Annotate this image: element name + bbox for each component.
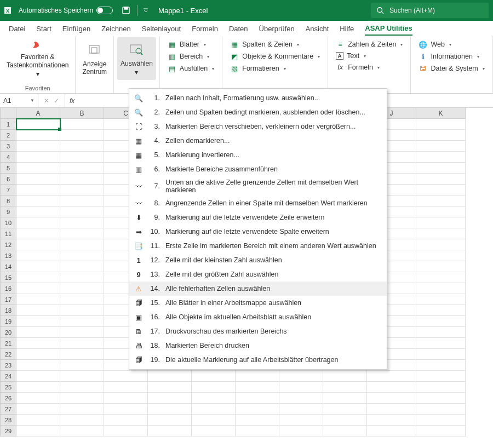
row-header[interactable]: 24 <box>0 371 16 382</box>
row-header[interactable]: 21 <box>0 338 16 349</box>
cell[interactable] <box>367 371 416 382</box>
cell[interactable] <box>60 305 104 316</box>
cell[interactable] <box>416 196 466 206</box>
cell[interactable] <box>60 119 104 130</box>
menu-item-19[interactable]: 🗐19.Die aktuelle Markierung auf alle Arb… <box>129 353 387 367</box>
cell[interactable] <box>16 196 60 206</box>
row-header[interactable]: 28 <box>0 415 16 426</box>
cell[interactable] <box>279 393 323 404</box>
cell[interactable] <box>416 185 466 196</box>
row-header[interactable]: 12 <box>0 239 16 250</box>
menu-item-6[interactable]: ▥6.Markierte Bereiche zusammenführen <box>129 162 387 176</box>
menu-item-1[interactable]: 🔍1.Zellen nach Inhalt, Formatierung usw.… <box>129 91 387 105</box>
row-header[interactable]: 2 <box>0 130 16 141</box>
cell[interactable] <box>236 415 279 426</box>
cell[interactable] <box>16 141 60 152</box>
row-header[interactable]: 25 <box>0 382 16 393</box>
row-header[interactable]: 5 <box>0 163 16 174</box>
menu-item-5[interactable]: ▦5.Markierung invertieren... <box>129 148 387 162</box>
cell[interactable] <box>16 305 60 316</box>
row-header[interactable]: 7 <box>0 185 16 196</box>
menu-item-16[interactable]: ▣16.Alle Objekte im aktuellen Arbeitsbla… <box>129 310 387 324</box>
menu-item-12[interactable]: 112.Zelle mit der kleinsten Zahl auswähl… <box>129 253 387 267</box>
cell[interactable] <box>416 404 466 415</box>
cell[interactable] <box>148 404 192 415</box>
cell[interactable] <box>60 426 104 436</box>
menu-item-13[interactable]: 913.Zelle mit der größten Zahl auswählen <box>129 267 387 282</box>
cell[interactable] <box>236 371 279 382</box>
auswaehlen-button[interactable]: Auswählen ▾ <box>117 37 156 80</box>
cell[interactable] <box>416 206 466 217</box>
cell[interactable] <box>323 371 367 382</box>
save-icon[interactable] <box>119 4 133 17</box>
cell[interactable] <box>60 316 104 327</box>
anzeige-zentrum-button[interactable]: Anzeige Zentrum <box>79 37 110 80</box>
tab-formeln[interactable]: Formeln <box>192 22 218 35</box>
cell[interactable] <box>148 382 192 393</box>
tab-zeichnen[interactable]: Zeichnen <box>101 22 130 35</box>
cell[interactable] <box>148 371 192 382</box>
cell[interactable] <box>16 185 60 196</box>
cell[interactable] <box>192 426 236 436</box>
cell[interactable] <box>416 415 466 426</box>
cell[interactable] <box>16 294 60 305</box>
cell[interactable] <box>60 152 104 163</box>
menu-item-2[interactable]: 🔍2.Zeilen und Spalten bedingt markieren,… <box>129 105 387 119</box>
cell[interactable] <box>16 327 60 338</box>
cell[interactable] <box>416 163 466 174</box>
cell[interactable] <box>16 228 60 239</box>
cell[interactable] <box>416 272 466 283</box>
cell[interactable] <box>236 382 279 393</box>
cell[interactable] <box>416 371 466 382</box>
cell[interactable] <box>367 426 416 436</box>
menu-item-8[interactable]: 〰8.Angrenzende Zellen in einer Spalte mi… <box>129 196 387 210</box>
cell[interactable] <box>104 371 148 382</box>
menu-item-15[interactable]: 🗐15.Alle Blätter in einer Arbeitsmappe a… <box>129 296 387 310</box>
cell[interactable] <box>323 404 367 415</box>
cmd-formatieren[interactable]: ▧Formatieren▾ <box>228 62 322 74</box>
cell[interactable] <box>323 382 367 393</box>
cmd-ausfuellen[interactable]: ▤Ausfüllen▾ <box>165 62 216 74</box>
cell[interactable] <box>16 382 60 393</box>
cell[interactable] <box>16 206 60 217</box>
cell[interactable] <box>16 426 60 436</box>
tab-asap-utilities[interactable]: ASAP Utilities <box>365 22 412 36</box>
cell[interactable] <box>60 415 104 426</box>
cell[interactable] <box>104 393 148 404</box>
cell[interactable] <box>279 415 323 426</box>
column-header[interactable]: B <box>60 108 104 119</box>
cell[interactable] <box>323 415 367 426</box>
cell[interactable] <box>16 272 60 283</box>
cell[interactable] <box>60 272 104 283</box>
fx-icon[interactable]: fx <box>65 97 79 105</box>
cell[interactable] <box>323 426 367 436</box>
row-header[interactable]: 17 <box>0 294 16 305</box>
cell[interactable] <box>416 119 466 130</box>
cell[interactable] <box>192 415 236 426</box>
row-header[interactable]: 11 <box>0 228 16 239</box>
cell[interactable] <box>60 174 104 185</box>
cmd-web[interactable]: 🌐Web▾ <box>416 38 486 50</box>
cell[interactable] <box>60 283 104 294</box>
menu-item-10[interactable]: ➡10.Markierung auf die letzte verwendete… <box>129 225 387 239</box>
row-header[interactable]: 3 <box>0 141 16 152</box>
cell[interactable] <box>60 185 104 196</box>
cell[interactable] <box>416 305 466 316</box>
cell[interactable] <box>60 382 104 393</box>
cell[interactable] <box>60 338 104 349</box>
row-header[interactable]: 23 <box>0 360 16 371</box>
cell[interactable] <box>60 196 104 206</box>
cell[interactable] <box>416 174 466 185</box>
cell[interactable] <box>60 393 104 404</box>
cell[interactable] <box>104 426 148 436</box>
tab-seitenlayout[interactable]: Seitenlayout <box>142 22 181 35</box>
row-header[interactable]: 6 <box>0 174 16 185</box>
search-input[interactable]: Suchen (Alt+M) <box>371 3 489 18</box>
cell[interactable] <box>416 360 466 371</box>
cell[interactable] <box>416 239 466 250</box>
cell[interactable] <box>16 119 60 130</box>
cell[interactable] <box>279 426 323 436</box>
cell[interactable] <box>60 206 104 217</box>
cell[interactable] <box>16 130 60 141</box>
cell[interactable] <box>16 239 60 250</box>
